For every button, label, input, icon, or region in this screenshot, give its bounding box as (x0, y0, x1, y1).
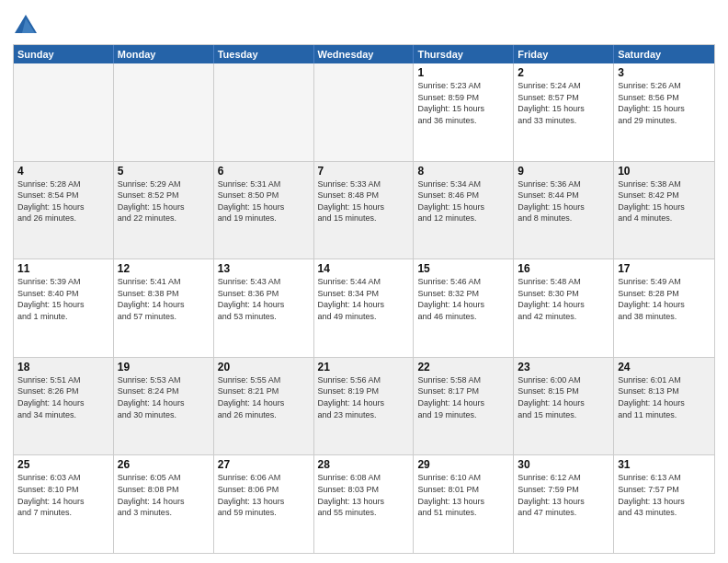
day-info: Sunrise: 5:38 AM Sunset: 8:42 PM Dayligh… (618, 178, 711, 224)
day-cell-23: 23Sunrise: 6:00 AM Sunset: 8:15 PM Dayli… (514, 358, 614, 455)
day-cell-16: 16Sunrise: 5:48 AM Sunset: 8:30 PM Dayli… (514, 259, 614, 357)
empty-cell-0-1 (114, 63, 214, 161)
calendar-row-2: 4Sunrise: 5:28 AM Sunset: 8:54 PM Daylig… (14, 161, 714, 259)
day-cell-15: 15Sunrise: 5:46 AM Sunset: 8:32 PM Dayli… (414, 259, 514, 357)
day-info: Sunrise: 6:13 AM Sunset: 7:57 PM Dayligh… (618, 472, 711, 518)
day-info: Sunrise: 5:51 AM Sunset: 8:26 PM Dayligh… (17, 374, 109, 420)
day-cell-13: 13Sunrise: 5:43 AM Sunset: 8:36 PM Dayli… (214, 259, 314, 357)
day-info: Sunrise: 6:05 AM Sunset: 8:08 PM Dayligh… (118, 472, 210, 518)
day-number: 7 (318, 165, 410, 178)
day-number: 24 (618, 361, 711, 373)
day-info: Sunrise: 5:41 AM Sunset: 8:38 PM Dayligh… (118, 276, 210, 322)
day-cell-27: 27Sunrise: 6:06 AM Sunset: 8:06 PM Dayli… (214, 455, 314, 553)
calendar-header: SundayMondayTuesdayWednesdayThursdayFrid… (14, 45, 714, 63)
day-number: 20 (218, 361, 310, 373)
day-info: Sunrise: 6:03 AM Sunset: 8:10 PM Dayligh… (17, 472, 109, 518)
page: SundayMondayTuesdayWednesdayThursdayFrid… (0, 0, 728, 563)
day-number: 18 (17, 361, 109, 373)
day-number: 3 (618, 66, 711, 79)
day-cell-22: 22Sunrise: 5:58 AM Sunset: 8:17 PM Dayli… (414, 358, 514, 455)
calendar-row-1: 1Sunrise: 5:23 AM Sunset: 8:59 PM Daylig… (14, 63, 714, 161)
day-number: 28 (318, 458, 410, 471)
day-number: 14 (318, 262, 410, 275)
day-number: 19 (118, 361, 210, 373)
day-info: Sunrise: 5:44 AM Sunset: 8:34 PM Dayligh… (318, 276, 410, 322)
day-cell-25: 25Sunrise: 6:03 AM Sunset: 8:10 PM Dayli… (14, 455, 114, 553)
logo (13, 13, 42, 39)
header-day-friday: Friday (514, 45, 614, 63)
day-cell-17: 17Sunrise: 5:49 AM Sunset: 8:28 PM Dayli… (614, 259, 714, 357)
calendar-row-5: 25Sunrise: 6:03 AM Sunset: 8:10 PM Dayli… (14, 454, 714, 553)
day-info: Sunrise: 5:29 AM Sunset: 8:52 PM Dayligh… (118, 178, 210, 224)
day-number: 25 (17, 458, 109, 471)
day-info: Sunrise: 5:39 AM Sunset: 8:40 PM Dayligh… (17, 276, 109, 322)
day-info: Sunrise: 6:06 AM Sunset: 8:06 PM Dayligh… (218, 472, 310, 518)
day-info: Sunrise: 5:48 AM Sunset: 8:30 PM Dayligh… (518, 276, 609, 322)
day-info: Sunrise: 5:28 AM Sunset: 8:54 PM Dayligh… (17, 178, 109, 224)
day-info: Sunrise: 5:26 AM Sunset: 8:56 PM Dayligh… (618, 80, 711, 126)
day-number: 15 (417, 262, 509, 275)
day-cell-5: 5Sunrise: 5:29 AM Sunset: 8:52 PM Daylig… (114, 162, 214, 259)
day-info: Sunrise: 6:01 AM Sunset: 8:13 PM Dayligh… (618, 374, 711, 420)
day-number: 21 (318, 361, 410, 373)
header-day-wednesday: Wednesday (314, 45, 415, 63)
day-number: 4 (17, 165, 109, 178)
day-cell-4: 4Sunrise: 5:28 AM Sunset: 8:54 PM Daylig… (14, 162, 114, 259)
day-cell-9: 9Sunrise: 5:36 AM Sunset: 8:44 PM Daylig… (514, 162, 614, 259)
day-cell-11: 11Sunrise: 5:39 AM Sunset: 8:40 PM Dayli… (14, 259, 114, 357)
day-number: 16 (518, 262, 609, 275)
header-day-monday: Monday (114, 45, 214, 63)
day-cell-18: 18Sunrise: 5:51 AM Sunset: 8:26 PM Dayli… (14, 358, 114, 455)
day-cell-2: 2Sunrise: 5:24 AM Sunset: 8:57 PM Daylig… (514, 63, 614, 161)
day-cell-31: 31Sunrise: 6:13 AM Sunset: 7:57 PM Dayli… (614, 455, 714, 553)
day-number: 17 (618, 262, 711, 275)
header-day-saturday: Saturday (614, 45, 714, 63)
logo-icon (13, 13, 39, 39)
day-info: Sunrise: 5:49 AM Sunset: 8:28 PM Dayligh… (618, 276, 711, 322)
day-number: 2 (518, 66, 609, 79)
day-number: 30 (518, 458, 609, 471)
day-number: 29 (417, 458, 509, 471)
day-number: 6 (218, 165, 310, 178)
day-info: Sunrise: 6:10 AM Sunset: 8:01 PM Dayligh… (417, 472, 509, 518)
calendar-row-4: 18Sunrise: 5:51 AM Sunset: 8:26 PM Dayli… (14, 357, 714, 455)
day-cell-26: 26Sunrise: 6:05 AM Sunset: 8:08 PM Dayli… (114, 455, 214, 553)
day-number: 31 (618, 458, 711, 471)
day-number: 13 (218, 262, 310, 275)
day-info: Sunrise: 6:00 AM Sunset: 8:15 PM Dayligh… (518, 374, 609, 420)
day-cell-10: 10Sunrise: 5:38 AM Sunset: 8:42 PM Dayli… (614, 162, 714, 259)
day-cell-7: 7Sunrise: 5:33 AM Sunset: 8:48 PM Daylig… (314, 162, 415, 259)
day-info: Sunrise: 5:36 AM Sunset: 8:44 PM Dayligh… (518, 178, 609, 224)
day-cell-28: 28Sunrise: 6:08 AM Sunset: 8:03 PM Dayli… (314, 455, 415, 553)
calendar: SundayMondayTuesdayWednesdayThursdayFrid… (13, 44, 715, 554)
day-cell-20: 20Sunrise: 5:55 AM Sunset: 8:21 PM Dayli… (214, 358, 314, 455)
day-cell-21: 21Sunrise: 5:56 AM Sunset: 8:19 PM Dayli… (314, 358, 415, 455)
day-number: 26 (118, 458, 210, 471)
day-info: Sunrise: 6:12 AM Sunset: 7:59 PM Dayligh… (518, 472, 609, 518)
day-cell-8: 8Sunrise: 5:34 AM Sunset: 8:46 PM Daylig… (414, 162, 514, 259)
day-number: 27 (218, 458, 310, 471)
day-cell-29: 29Sunrise: 6:10 AM Sunset: 8:01 PM Dayli… (414, 455, 514, 553)
day-info: Sunrise: 5:55 AM Sunset: 8:21 PM Dayligh… (218, 374, 310, 420)
day-cell-24: 24Sunrise: 6:01 AM Sunset: 8:13 PM Dayli… (614, 358, 714, 455)
day-info: Sunrise: 5:56 AM Sunset: 8:19 PM Dayligh… (318, 374, 410, 420)
day-number: 12 (118, 262, 210, 275)
empty-cell-0-3 (314, 63, 415, 161)
day-info: Sunrise: 5:46 AM Sunset: 8:32 PM Dayligh… (417, 276, 509, 322)
calendar-row-3: 11Sunrise: 5:39 AM Sunset: 8:40 PM Dayli… (14, 259, 714, 357)
header-day-sunday: Sunday (14, 45, 114, 63)
day-number: 5 (118, 165, 210, 178)
day-info: Sunrise: 5:23 AM Sunset: 8:59 PM Dayligh… (417, 80, 509, 126)
header-day-thursday: Thursday (414, 45, 514, 63)
day-number: 10 (618, 165, 711, 178)
day-number: 23 (518, 361, 609, 373)
day-cell-12: 12Sunrise: 5:41 AM Sunset: 8:38 PM Dayli… (114, 259, 214, 357)
day-cell-30: 30Sunrise: 6:12 AM Sunset: 7:59 PM Dayli… (514, 455, 614, 553)
empty-cell-0-0 (14, 63, 114, 161)
day-cell-3: 3Sunrise: 5:26 AM Sunset: 8:56 PM Daylig… (614, 63, 714, 161)
day-info: Sunrise: 6:08 AM Sunset: 8:03 PM Dayligh… (318, 472, 410, 518)
calendar-body: 1Sunrise: 5:23 AM Sunset: 8:59 PM Daylig… (14, 63, 714, 553)
empty-cell-0-2 (214, 63, 314, 161)
day-number: 8 (417, 165, 509, 178)
day-info: Sunrise: 5:43 AM Sunset: 8:36 PM Dayligh… (218, 276, 310, 322)
